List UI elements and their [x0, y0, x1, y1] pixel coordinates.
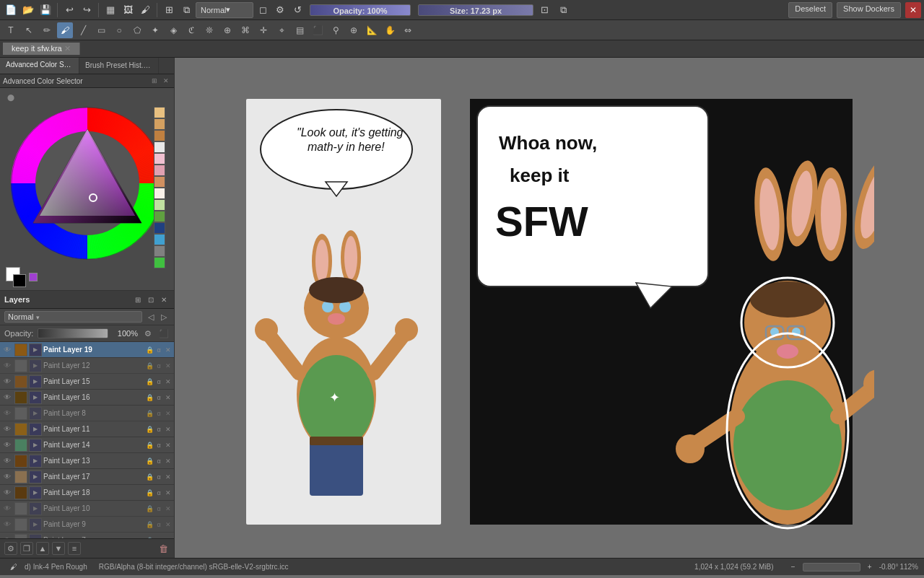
mirror-icon[interactable]: ⊞: [161, 2, 177, 18]
layer-up-icon[interactable]: ▲: [36, 542, 49, 555]
layer-visibility-icon[interactable]: 👁: [1, 392, 13, 403]
undo-icon[interactable]: ↩: [61, 2, 77, 18]
layers-close-icon[interactable]: ✕: [158, 294, 170, 305]
image-icon[interactable]: 🖼: [120, 2, 136, 18]
new-file-icon[interactable]: 📄: [3, 2, 19, 18]
color-selector-close-icon[interactable]: ✕: [161, 76, 171, 86]
dual-view-icon[interactable]: ⧉: [555, 2, 571, 18]
layer-delete-layer-icon[interactable]: ✕: [164, 489, 173, 497]
layer-visibility-icon[interactable]: 👁: [1, 408, 13, 419]
layer-alpha-icon[interactable]: α: [154, 520, 163, 529]
layer-visibility-icon[interactable]: 👁: [1, 344, 13, 356]
layer-lock-icon[interactable]: 🔒: [145, 489, 154, 497]
layer-alpha-icon[interactable]: α: [154, 425, 163, 434]
blend-mode-dropdown[interactable]: Normal ▾: [196, 2, 253, 18]
layer-visibility-icon[interactable]: 👁: [1, 503, 13, 514]
layer-item[interactable]: 👁 ▶ Paint Layer 15 🔒 α ✕: [0, 374, 174, 390]
layer-item[interactable]: 👁 ▶ Paint Layer 7 🔒 α ✕: [0, 533, 174, 538]
layer-opacity-slider[interactable]: [38, 328, 108, 338]
layer-lock-icon[interactable]: 🔒: [145, 393, 154, 402]
size-bar[interactable]: Size: 17.23 px: [418, 4, 533, 16]
layer-visibility-icon[interactable]: 👁: [1, 439, 13, 451]
layer-alpha-icon[interactable]: α: [154, 346, 163, 354]
layer-lock-icon[interactable]: 🔒: [145, 473, 154, 481]
layer-alpha-icon[interactable]: α: [154, 393, 163, 402]
layer-item[interactable]: 👁 ▶ Paint Layer 12 🔒 α ✕: [0, 358, 174, 374]
layer-delete-layer-icon[interactable]: ✕: [164, 346, 173, 354]
swatch-14[interactable]: [154, 257, 165, 268]
layer-delete-layer-icon[interactable]: ✕: [164, 409, 173, 418]
swatch-4[interactable]: [154, 141, 165, 153]
layer-copy-icon[interactable]: ❐: [20, 542, 33, 555]
layer-lock-icon[interactable]: 🔒: [145, 441, 154, 450]
swatch-9[interactable]: [154, 199, 165, 211]
layer-item[interactable]: 👁 ▶ Paint Layer 13 🔒 α ✕: [0, 453, 174, 469]
background-color[interactable]: [13, 274, 26, 287]
layer-item[interactable]: 👁 ▶ Paint Layer 16 🔒 α ✕: [0, 390, 174, 406]
layer-blend-opt2[interactable]: ▷: [158, 311, 170, 323]
layer-alpha-icon[interactable]: α: [154, 377, 163, 386]
pan-tool-icon[interactable]: ✋: [382, 22, 398, 38]
layer-alpha-icon[interactable]: α: [154, 473, 163, 481]
layer-alpha-icon[interactable]: α: [154, 489, 163, 497]
transform-tool-icon[interactable]: T: [3, 22, 19, 38]
layer-lock-icon[interactable]: 🔒: [145, 377, 154, 386]
layer-delete-layer-icon[interactable]: ✕: [164, 457, 173, 465]
layer-visibility-icon[interactable]: 👁: [1, 360, 13, 372]
layer-menu-icon[interactable]: ≡: [68, 542, 81, 555]
swatch-6[interactable]: [154, 165, 165, 176]
tab-close-icon[interactable]: ✕: [64, 44, 71, 53]
brush-setting-icon[interactable]: 🖌: [137, 2, 153, 18]
open-file-icon[interactable]: 📂: [20, 2, 36, 18]
path-tool-icon[interactable]: ✦: [147, 22, 163, 38]
status-zoom-out-icon[interactable]: −: [785, 559, 801, 575]
refresh-icon[interactable]: ↺: [289, 2, 305, 18]
layer-delete-layer-icon[interactable]: ✕: [164, 520, 173, 529]
canvas-tab-active[interactable]: keep it sfw.kra ✕: [3, 43, 80, 55]
close-window-button[interactable]: ✕: [905, 2, 921, 18]
layer-alpha-icon[interactable]: α: [154, 362, 163, 370]
polygon-tool-icon[interactable]: ⬠: [129, 22, 145, 38]
brush-settings2-icon[interactable]: ⚙: [272, 2, 288, 18]
erase-icon[interactable]: ◻: [255, 2, 271, 18]
layer-alpha-icon[interactable]: α: [154, 504, 163, 513]
layer-visibility-icon[interactable]: 👁: [1, 471, 13, 483]
swatch-1[interactable]: [154, 107, 165, 118]
layer-delete-layer-icon[interactable]: ✕: [164, 504, 173, 513]
swatch-7[interactable]: [154, 176, 165, 188]
crop-tool-icon[interactable]: ⌖: [274, 22, 289, 38]
status-zoom-in-icon[interactable]: +: [862, 559, 878, 575]
layer-lock-icon[interactable]: 🔒: [145, 346, 154, 354]
layer-alpha-icon[interactable]: α: [154, 536, 163, 539]
layer-down-icon[interactable]: ▼: [52, 542, 65, 555]
layers-expand-icon[interactable]: ⊞: [132, 294, 144, 305]
layer-item[interactable]: 👁 ▶ Paint Layer 17 🔒 α ✕: [0, 469, 174, 485]
layer-lock-icon[interactable]: 🔒: [145, 504, 154, 513]
layer-settings-icon[interactable]: ⚙: [4, 542, 17, 555]
select-tool-icon[interactable]: ↖: [21, 22, 37, 38]
swatch-3[interactable]: [154, 130, 165, 141]
layer-item[interactable]: 👁 ▶ Paint Layer 19 🔒 α ✕: [0, 342, 174, 358]
rect-tool-icon[interactable]: ▭: [93, 22, 109, 38]
layer-delete-button[interactable]: 🗑: [157, 542, 170, 555]
size-options-icon[interactable]: ⊡: [536, 2, 552, 18]
layer-opacity-expand-icon[interactable]: ⬛: [158, 328, 170, 339]
gradient-tool-icon[interactable]: ▤: [292, 22, 308, 38]
layer-delete-layer-icon[interactable]: ✕: [164, 441, 173, 450]
ellipse-tool-icon[interactable]: ○: [111, 22, 127, 38]
layer-visibility-icon[interactable]: 👁: [1, 376, 13, 387]
layer-item[interactable]: 👁 ▶ Paint Layer 14 🔒 α ✕: [0, 437, 174, 453]
layer-lock-icon[interactable]: 🔒: [145, 409, 154, 418]
current-color-preview[interactable]: [29, 273, 38, 281]
layer-item[interactable]: 👁 ▶ Paint Layer 8 🔒 α ✕: [0, 406, 174, 421]
layer-item[interactable]: 👁 ▶ Paint Layer 11 🔒 α ✕: [0, 421, 174, 437]
layer-item[interactable]: 👁 ▶ Paint Layer 10 🔒 α ✕: [0, 501, 174, 517]
color-type-icon[interactable]: ⬤: [6, 92, 16, 102]
layer-delete-layer-icon[interactable]: ✕: [164, 425, 173, 434]
color-wheel-svg[interactable]: [8, 104, 167, 263]
grid-icon[interactable]: ▦: [103, 2, 118, 18]
brush-tool-icon[interactable]: 🖌: [57, 22, 73, 38]
tab-brush-preset[interactable]: Brush Preset Hist... ✕: [79, 58, 159, 74]
swatch-10[interactable]: [154, 211, 165, 222]
layer-lock-icon[interactable]: 🔒: [145, 536, 154, 539]
